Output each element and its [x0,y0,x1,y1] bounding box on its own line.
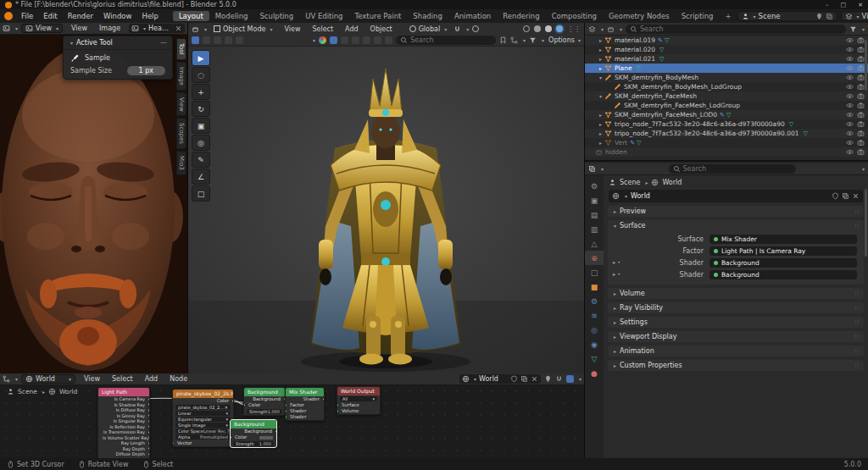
filter-icon-1[interactable] [341,36,348,44]
tab-object[interactable]: ■ [585,279,604,294]
filter-icon-4[interactable] [374,36,381,44]
fake-user-shield-icon[interactable] [510,375,518,383]
input-socket[interactable] [337,409,339,413]
menu-item[interactable]: Object [365,25,398,34]
strength-field[interactable]: Strength 1.000 [233,441,274,446]
menu-item[interactable]: Node [164,374,192,384]
output-socket[interactable] [147,397,149,401]
output-socket[interactable] [147,408,149,412]
shader-type-dropdown[interactable]: World ▾ [21,374,75,384]
properties-search[interactable] [669,164,796,174]
color-space-dropdown[interactable]: Color Space Linear Rec.709 [175,429,231,434]
fake-user-shield-icon[interactable] [832,192,839,200]
outliner-row[interactable]: ▾ SKM_demtryfin_BodyMesh [585,73,868,82]
disclosure-chevron[interactable]: ▸ [597,130,604,136]
render-camera-icon[interactable] [857,74,865,81]
disclosure-chevron[interactable]: ▾ [597,93,604,99]
workspace-tab[interactable]: Rendering [497,11,545,21]
projection-dropdown[interactable]: Equirectangular▾ [175,417,231,422]
source-dropdown[interactable]: Single Image▾ [175,423,231,428]
output-socket[interactable] [147,446,149,451]
transform-orientation-dropdown[interactable]: Global ▾ [406,25,451,34]
tool-rotate[interactable]: ↻ [192,101,210,117]
editor-type-image-icon[interactable] [3,25,10,32]
workspace-tab[interactable]: Shading [407,11,448,21]
tab-particles[interactable]: ≋ [585,308,604,323]
new-scene-copy-icon[interactable] [826,13,833,20]
shading-rendered-icon[interactable] [556,25,563,32]
select-mode-new-icon[interactable] [192,36,199,44]
node-background-b[interactable]: Background Background Color Strength 1.0… [230,419,277,448]
menu-item[interactable]: View [79,374,105,384]
outliner-row[interactable]: ▸ tripo_node_7f7ac532-3e20-48c6-a36a-d97… [585,119,868,129]
tool-cursor-3d[interactable]: ◌ [192,67,210,83]
viewport-canvas[interactable] [188,47,584,373]
maximize-button[interactable]: □ [841,2,847,8]
filter-icon-3[interactable] [363,36,370,44]
output-socket[interactable] [147,457,149,458]
hide-eye-icon[interactable] [846,46,854,53]
render-camera-icon[interactable] [857,139,865,147]
hide-eye-icon[interactable] [846,130,854,137]
workspace-tab[interactable]: Texture Paint [349,11,408,21]
duplicate-icon[interactable] [520,375,528,383]
input-socket[interactable] [337,403,339,407]
menu-item[interactable]: File [16,11,38,21]
property-value-field[interactable]: Light Path | Is Camera Ray [709,246,857,256]
menu-item[interactable]: Image [94,24,125,33]
image-canvas[interactable] [0,35,187,373]
row-expand-lead[interactable]: ▸ • [611,259,625,266]
output-socket[interactable] [147,435,149,440]
input-socket[interactable] [286,409,287,413]
material-preview-ball-icon[interactable] [319,36,326,44]
hide-eye-icon[interactable] [846,120,854,128]
menu-item[interactable]: Help [136,11,163,21]
tab-world[interactable]: ⊕ [585,251,604,265]
snap-magnet-icon[interactable] [453,25,461,33]
output-target-dropdown[interactable]: All▾ [340,396,377,401]
collapsed-panel-header[interactable]: ▸ Viewport Display ∷ [608,331,864,342]
workspace-tab[interactable]: Scripting [676,11,720,21]
color-input-socket[interactable] [231,435,232,440]
menu-item[interactable]: Render [63,11,98,21]
bookmark-icon[interactable] [499,36,507,44]
workspace-tab[interactable]: Modeling [209,11,254,21]
collapsed-panel-header[interactable]: ▸ Animation ∷ [608,346,864,357]
tool-move[interactable]: + [192,84,210,100]
tab-tool[interactable]: ⚙ [585,179,604,193]
node-canvas[interactable]: Scene ▸ World Light Path Is Camera Ray [0,385,584,458]
menu-item[interactable]: View [66,24,92,33]
output-socket[interactable] [147,419,149,423]
viewport-search[interactable] [396,36,496,45]
disclosure-chevron[interactable]: ▸ [597,47,604,53]
tab-constraints[interactable]: ◉ [585,337,604,351]
hide-eye-icon[interactable] [846,74,854,81]
render-camera-icon[interactable] [857,130,865,137]
property-value-field[interactable]: Background [709,270,857,279]
render-camera-icon[interactable] [857,148,865,156]
output-socket[interactable] [147,413,149,417]
tool-measure[interactable]: ∠ [192,169,210,185]
menu-item[interactable]: Add [340,25,364,34]
hide-eye-icon[interactable] [846,111,854,119]
tool-add-cube[interactable]: □ [192,185,210,202]
disclosure-chevron[interactable]: ▸ [597,140,604,146]
alpha-dropdown[interactable]: Alpha Premultiplied [175,434,231,440]
filter-funnel-icon[interactable] [529,36,537,44]
node-light-path[interactable]: Light Path Is Camera Ray Is Shadow Ray I… [97,387,150,458]
tab-render[interactable]: ▣ [585,193,604,207]
outliner-row[interactable]: hidden [585,147,868,157]
collapsed-panel-header[interactable]: ▸ Volume ∷ [608,288,864,299]
render-camera-icon[interactable] [857,120,865,128]
panel-drag-handle[interactable]: ∷ [855,305,860,312]
viewport-search-input[interactable] [410,36,492,44]
blender-menu-icon[interactable] [4,12,13,20]
properties-scrollbar[interactable] [865,189,867,257]
shader-output-socket[interactable] [322,397,324,401]
image-datablock-widget[interactable]: pirate_skybox_02_2k.hdr ✕ [175,405,231,410]
vector-input-socket[interactable] [173,441,175,445]
panel-drag-handle[interactable]: ∷ [855,223,860,229]
input-socket[interactable] [286,415,287,419]
panel-drag-handle[interactable]: ∷ [855,334,860,340]
menu-item[interactable]: Edit [38,11,62,21]
